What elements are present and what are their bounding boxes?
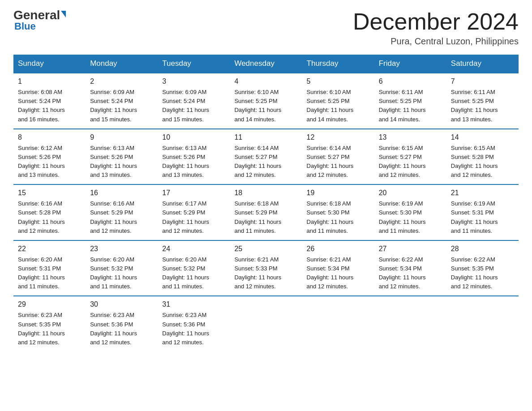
week-row-3: 15Sunrise: 6:16 AMSunset: 5:28 PMDayligh…: [13, 184, 519, 240]
day-number: 9: [90, 132, 153, 143]
day-number: 28: [451, 244, 514, 254]
day-cell: [374, 296, 446, 351]
day-number: 26: [307, 244, 370, 254]
day-info: Sunrise: 6:20 AMSunset: 5:32 PMDaylight:…: [90, 255, 153, 291]
day-number: 17: [162, 188, 225, 198]
col-header-monday: Monday: [86, 55, 158, 73]
col-header-saturday: Saturday: [446, 55, 519, 73]
day-cell: 28Sunrise: 6:22 AMSunset: 5:35 PMDayligh…: [446, 240, 519, 296]
day-number: 1: [18, 76, 81, 87]
day-info: Sunrise: 6:12 AMSunset: 5:26 PMDaylight:…: [18, 144, 81, 180]
day-cell: 15Sunrise: 6:16 AMSunset: 5:28 PMDayligh…: [13, 184, 86, 240]
day-cell: 25Sunrise: 6:21 AMSunset: 5:33 PMDayligh…: [230, 240, 302, 296]
day-cell: 1Sunrise: 6:08 AMSunset: 5:24 PMDaylight…: [13, 73, 86, 129]
day-cell: 23Sunrise: 6:20 AMSunset: 5:32 PMDayligh…: [86, 240, 158, 296]
day-cell: 7Sunrise: 6:11 AMSunset: 5:25 PMDaylight…: [446, 73, 519, 129]
day-info: Sunrise: 6:13 AMSunset: 5:26 PMDaylight:…: [162, 144, 225, 180]
day-number: 24: [162, 244, 225, 254]
day-cell: 5Sunrise: 6:10 AMSunset: 5:25 PMDaylight…: [302, 73, 374, 129]
day-number: 20: [379, 188, 442, 198]
title-area: December 2024 Pura, Central Luzon, Phili…: [353, 9, 519, 47]
day-info: Sunrise: 6:23 AMSunset: 5:36 PMDaylight:…: [90, 311, 153, 347]
day-cell: 9Sunrise: 6:13 AMSunset: 5:26 PMDaylight…: [86, 129, 158, 185]
logo-blue: Blue: [14, 21, 36, 32]
day-info: Sunrise: 6:22 AMSunset: 5:34 PMDaylight:…: [379, 255, 442, 291]
day-number: 3: [162, 76, 225, 87]
col-header-wednesday: Wednesday: [230, 55, 302, 73]
day-number: 23: [90, 244, 153, 254]
day-info: Sunrise: 6:18 AMSunset: 5:29 PMDaylight:…: [234, 199, 297, 235]
day-cell: 24Sunrise: 6:20 AMSunset: 5:32 PMDayligh…: [158, 240, 230, 296]
day-number: 27: [379, 244, 442, 254]
day-number: 11: [234, 132, 297, 143]
day-number: 7: [451, 76, 514, 87]
day-cell: 14Sunrise: 6:15 AMSunset: 5:28 PMDayligh…: [446, 129, 519, 185]
day-info: Sunrise: 6:08 AMSunset: 5:24 PMDaylight:…: [18, 88, 81, 124]
day-number: 2: [90, 76, 153, 87]
day-cell: 3Sunrise: 6:09 AMSunset: 5:24 PMDaylight…: [158, 73, 230, 129]
day-cell: 13Sunrise: 6:15 AMSunset: 5:27 PMDayligh…: [374, 129, 446, 185]
day-info: Sunrise: 6:21 AMSunset: 5:33 PMDaylight:…: [234, 255, 297, 291]
day-info: Sunrise: 6:10 AMSunset: 5:25 PMDaylight:…: [307, 88, 370, 124]
day-cell: 2Sunrise: 6:09 AMSunset: 5:24 PMDaylight…: [86, 73, 158, 129]
day-number: 21: [451, 188, 514, 198]
location: Pura, Central Luzon, Philippines: [353, 36, 519, 47]
day-number: 13: [379, 132, 442, 143]
day-cell: 18Sunrise: 6:18 AMSunset: 5:29 PMDayligh…: [230, 184, 302, 240]
day-number: 8: [18, 132, 81, 143]
day-info: Sunrise: 6:09 AMSunset: 5:24 PMDaylight:…: [162, 88, 225, 124]
day-cell: 31Sunrise: 6:23 AMSunset: 5:36 PMDayligh…: [158, 296, 230, 351]
day-info: Sunrise: 6:23 AMSunset: 5:35 PMDaylight:…: [18, 311, 81, 347]
day-info: Sunrise: 6:20 AMSunset: 5:31 PMDaylight:…: [18, 255, 81, 291]
month-title: December 2024: [353, 9, 519, 34]
day-cell: 10Sunrise: 6:13 AMSunset: 5:26 PMDayligh…: [158, 129, 230, 185]
day-cell: 6Sunrise: 6:11 AMSunset: 5:25 PMDaylight…: [374, 73, 446, 129]
day-info: Sunrise: 6:16 AMSunset: 5:29 PMDaylight:…: [90, 199, 153, 235]
day-number: 16: [90, 188, 153, 198]
day-info: Sunrise: 6:11 AMSunset: 5:25 PMDaylight:…: [379, 88, 442, 124]
day-cell: 17Sunrise: 6:17 AMSunset: 5:29 PMDayligh…: [158, 184, 230, 240]
day-info: Sunrise: 6:13 AMSunset: 5:26 PMDaylight:…: [90, 144, 153, 180]
day-cell: 27Sunrise: 6:22 AMSunset: 5:34 PMDayligh…: [374, 240, 446, 296]
day-info: Sunrise: 6:19 AMSunset: 5:30 PMDaylight:…: [379, 199, 442, 235]
col-header-sunday: Sunday: [13, 55, 86, 73]
day-cell: 16Sunrise: 6:16 AMSunset: 5:29 PMDayligh…: [86, 184, 158, 240]
day-info: Sunrise: 6:17 AMSunset: 5:29 PMDaylight:…: [162, 199, 225, 235]
col-header-friday: Friday: [374, 55, 446, 73]
calendar-table: SundayMondayTuesdayWednesdayThursdayFrid…: [13, 55, 519, 351]
day-info: Sunrise: 6:11 AMSunset: 5:25 PMDaylight:…: [451, 88, 514, 124]
logo: General Blue: [13, 9, 66, 32]
logo-text: General: [13, 9, 66, 21]
week-row-4: 22Sunrise: 6:20 AMSunset: 5:31 PMDayligh…: [13, 240, 519, 296]
day-info: Sunrise: 6:20 AMSunset: 5:32 PMDaylight:…: [162, 255, 225, 291]
day-number: 14: [451, 132, 514, 143]
day-info: Sunrise: 6:15 AMSunset: 5:28 PMDaylight:…: [451, 144, 514, 180]
calendar-header-row: SundayMondayTuesdayWednesdayThursdayFrid…: [13, 55, 519, 73]
day-info: Sunrise: 6:19 AMSunset: 5:31 PMDaylight:…: [451, 199, 514, 235]
day-cell: [302, 296, 374, 351]
day-number: 4: [234, 76, 297, 87]
day-number: 29: [18, 299, 81, 310]
day-info: Sunrise: 6:09 AMSunset: 5:24 PMDaylight:…: [90, 88, 153, 124]
day-cell: [446, 296, 519, 351]
day-number: 19: [307, 188, 370, 198]
day-cell: 4Sunrise: 6:10 AMSunset: 5:25 PMDaylight…: [230, 73, 302, 129]
day-info: Sunrise: 6:22 AMSunset: 5:35 PMDaylight:…: [451, 255, 514, 291]
day-number: 10: [162, 132, 225, 143]
day-cell: 20Sunrise: 6:19 AMSunset: 5:30 PMDayligh…: [374, 184, 446, 240]
day-info: Sunrise: 6:14 AMSunset: 5:27 PMDaylight:…: [234, 144, 297, 180]
logo-general: General: [13, 8, 60, 22]
day-number: 18: [234, 188, 297, 198]
col-header-tuesday: Tuesday: [158, 55, 230, 73]
day-cell: [230, 296, 302, 351]
week-row-2: 8Sunrise: 6:12 AMSunset: 5:26 PMDaylight…: [13, 129, 519, 185]
day-number: 22: [18, 244, 81, 254]
week-row-5: 29Sunrise: 6:23 AMSunset: 5:35 PMDayligh…: [13, 296, 519, 351]
day-cell: 29Sunrise: 6:23 AMSunset: 5:35 PMDayligh…: [13, 296, 86, 351]
day-cell: 26Sunrise: 6:21 AMSunset: 5:34 PMDayligh…: [302, 240, 374, 296]
day-number: 15: [18, 188, 81, 198]
logo-arrow-icon: [61, 11, 66, 17]
day-info: Sunrise: 6:18 AMSunset: 5:30 PMDaylight:…: [307, 199, 370, 235]
day-info: Sunrise: 6:14 AMSunset: 5:27 PMDaylight:…: [307, 144, 370, 180]
day-cell: 19Sunrise: 6:18 AMSunset: 5:30 PMDayligh…: [302, 184, 374, 240]
